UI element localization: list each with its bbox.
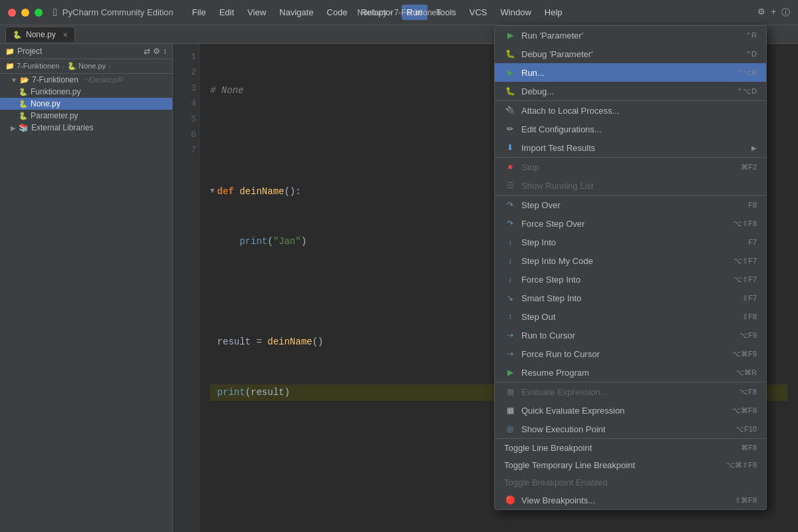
list-icon: ☰ [504, 180, 516, 192]
call-open-7: ( [245, 384, 251, 401]
force-run-cursor-shortcut: ⌥⌘F9 [732, 350, 757, 358]
close-button[interactable] [8, 9, 16, 17]
menu-run-parameter[interactable]: ▶ Run 'Parameter' ⌃R [495, 26, 766, 45]
menu-quick-eval[interactable]: ▦ Quick Evaluate Expression ⌥⌘F8 [495, 401, 766, 420]
window-title: None.py - 7-Funktionen [357, 8, 440, 17]
tab-none-py[interactable]: 🐍 None.py ✕ [5, 27, 75, 42]
menu-toggle-bp[interactable]: Toggle Line Breakpoint ⌘F8 [495, 439, 766, 456]
menu-smart-step-into[interactable]: ↘ Smart Step Into ⇧F7 [495, 289, 766, 307]
menu-view[interactable]: View [242, 5, 271, 20]
sidebar-sort-icon[interactable]: ↕ [163, 47, 167, 56]
menu-step-out[interactable]: ↑ Step Out ⇧F8 [495, 307, 766, 326]
tree-item-external-libs[interactable]: ▶ 📚 External Libraries [0, 122, 172, 134]
menu-section-breakpoints: Toggle Line Breakpoint ⌘F8 Toggle Tempor… [495, 439, 766, 509]
paren-open: ( [267, 233, 273, 250]
toggle-temp-bp-label: Toggle Temporary Line Breakpoint [504, 460, 713, 470]
toggle-bp-label: Toggle Line Breakpoint [504, 443, 728, 453]
view-bp-shortcut: ⇧⌘F8 [735, 496, 757, 505]
menu-step-over[interactable]: ↷ Step Over F8 [495, 196, 766, 214]
menu-eval-expr: ▦ Evaluate Expression... ⌥F8 [495, 382, 766, 401]
run-dropdown-menu: ▶ Run 'Parameter' ⌃R 🐛 Debug 'Parameter'… [494, 25, 767, 510]
menu-code[interactable]: Code [321, 5, 352, 20]
toggle-temp-bp-shortcut: ⌥⌘⇧F8 [726, 461, 757, 469]
tree-item-none-py[interactable]: 🐍 None.py [0, 98, 172, 110]
eval-icon: ▦ [504, 386, 516, 398]
menu-debug-dots[interactable]: 🐛 Debug... ⌃⌥D [495, 82, 766, 100]
force-run-cursor-icon: ⇢ [504, 348, 516, 360]
breadcrumb-end: › [108, 63, 111, 70]
menu-navigate[interactable]: Navigate [274, 5, 319, 20]
step-out-icon: ↑ [504, 311, 516, 323]
menu-force-step-into[interactable]: ↓ Force Step Into ⌥⇧F7 [495, 270, 766, 289]
tree-item-funktionen-py[interactable]: 🐍 Funktionen.py [0, 86, 172, 98]
menu-step-into-mycode[interactable]: ↓ Step Into My Code ⌥⇧F7 [495, 251, 766, 270]
menu-debug-parameter[interactable]: 🐛 Debug 'Parameter' ⌃D [495, 45, 766, 63]
toolbar-icon-3[interactable]: ⓘ [781, 7, 790, 19]
call-close-7: ) [284, 384, 289, 401]
menu-help[interactable]: Help [539, 5, 568, 20]
tree-label-ext-libs: External Libraries [31, 123, 93, 132]
exec-point-icon: ◎ [504, 423, 516, 435]
call-parens: () [312, 334, 323, 350]
menu-file[interactable]: File [187, 5, 211, 20]
run-dots-label: Run... [521, 68, 724, 78]
menu-import-test[interactable]: ⬇ Import Test Results ▶ [495, 138, 766, 157]
quick-eval-shortcut: ⌥⌘F8 [732, 406, 757, 415]
tree-item-7funktionen[interactable]: ▼ 📂 7-Funktionen ~/Desktop/P [0, 74, 172, 86]
menu-edit[interactable]: Edit [214, 5, 239, 20]
menu-window[interactable]: Window [495, 5, 537, 20]
resume-label: Resume Program [521, 368, 722, 378]
indent-4 [217, 233, 240, 250]
force-run-cursor-label: Force Run to Cursor [521, 349, 719, 359]
func-name: deinName [239, 184, 284, 200]
tab-filename: None.py [26, 30, 56, 39]
step-over-icon: ↷ [504, 199, 516, 211]
sidebar-toolbar: ⇄ ⚙ ↕ [144, 47, 167, 56]
eval-shortcut: ⌥F8 [739, 388, 757, 396]
path-label: ~/Desktop/P [84, 76, 124, 84]
debug-parameter-shortcut: ⌃D [745, 50, 757, 59]
py-icon-none: 🐍 [19, 100, 28, 108]
menu-resume[interactable]: ▶ Resume Program ⌥⌘R [495, 363, 766, 382]
step-into-mycode-shortcut: ⌥⇧F7 [733, 257, 757, 265]
sidebar-sync-icon[interactable]: ⇄ [144, 47, 150, 56]
sidebar-gear-icon[interactable]: ⚙ [153, 47, 160, 56]
ext-lib-icon: 📚 [19, 123, 29, 132]
menu-step-into[interactable]: ↓ Step Into F7 [495, 233, 766, 251]
force-step-over-shortcut: ⌥⇧F8 [733, 219, 757, 228]
menu-run-dots[interactable]: ▶ Run... ⌃⌥R [495, 63, 766, 82]
tab-close-button[interactable]: ✕ [63, 31, 68, 39]
tree-item-parameter-py[interactable]: 🐍 Parameter.py [0, 110, 172, 122]
menu-section-config: 🔌 Attach to Local Process... ✏ Edit Conf… [495, 101, 766, 158]
menu-toggle-temp-bp[interactable]: Toggle Temporary Line Breakpoint ⌥⌘⇧F8 [495, 456, 766, 473]
toolbar-icon-1[interactable]: ⚙ [757, 7, 765, 19]
breadcrumb-sep: › [62, 63, 65, 70]
fold-marker-icon[interactable]: ▼ [210, 185, 215, 198]
maximize-button[interactable] [35, 9, 43, 17]
menu-edit-config[interactable]: ✏ Edit Configurations... [495, 120, 766, 138]
menu-section-step: ↷ Step Over F8 ↷ Force Step Over ⌥⇧F8 ↓ … [495, 196, 766, 382]
edit-config-icon: ✏ [504, 123, 516, 135]
menu-view-bp[interactable]: 🔴 View Breakpoints... ⇧⌘F8 [495, 491, 766, 509]
toolbar-icon-2[interactable]: + [771, 7, 776, 19]
submenu-arrow-icon: ▶ [751, 144, 757, 152]
menu-run-cursor[interactable]: ⇢ Run to Cursor ⌥F9 [495, 326, 766, 344]
menu-vcs[interactable]: VCS [464, 5, 493, 20]
smart-step-into-label: Smart Step Into [521, 293, 729, 303]
func-call-deinname: deinName [267, 334, 312, 350]
resume-icon: ▶ [504, 366, 516, 378]
expand-arrow-icon: ▼ [11, 76, 17, 84]
step-into-shortcut: F7 [748, 238, 757, 246]
menu-show-exec[interactable]: ◎ Show Execution Point ⌥F10 [495, 420, 766, 438]
minimize-button[interactable] [21, 9, 29, 17]
breadcrumb: 📁 7-Funktionen › 🐍 None.py › [0, 59, 172, 74]
menu-force-step-over[interactable]: ↷ Force Step Over ⌥⇧F8 [495, 214, 766, 233]
run-dots-icon: ▶ [504, 66, 516, 78]
show-exec-shortcut: ⌥F10 [735, 425, 757, 434]
menu-attach-local[interactable]: 🔌 Attach to Local Process... [495, 101, 766, 120]
debug-parameter-label: Debug 'Parameter' [521, 49, 732, 59]
menu-force-run-cursor[interactable]: ⇢ Force Run to Cursor ⌥⌘F9 [495, 344, 766, 363]
paren-close: ) [301, 233, 307, 250]
tree-label-none: None.py [31, 99, 61, 108]
eq-sign: = [251, 334, 267, 350]
